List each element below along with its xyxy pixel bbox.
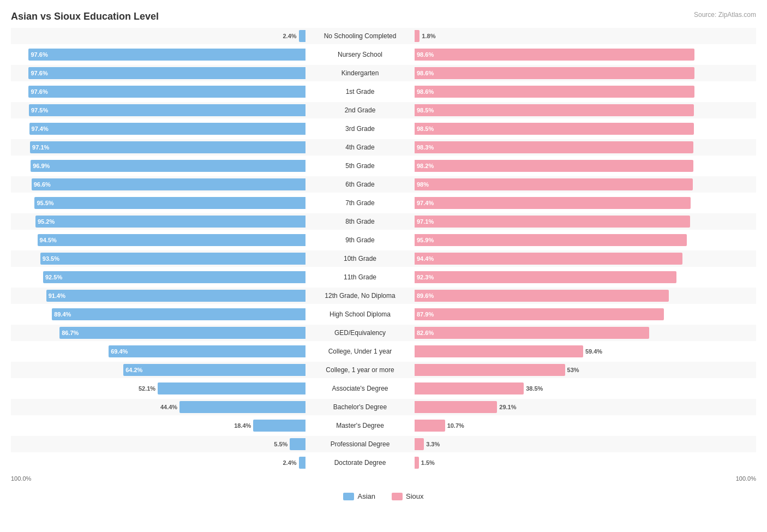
bar-row: 92.5%11th Grade92.3% [11,269,756,285]
bar-label-asian: 44.4% [160,404,177,410]
bar-sioux: 98.6% [415,86,694,98]
left-bar-section: 18.4% [11,420,305,432]
bar-row: 2.4%No Schooling Completed1.8% [11,28,756,44]
bar-label-asian: 52.1% [139,385,155,392]
bar-sioux [415,401,497,413]
row-label: 3rd Grade [305,125,415,133]
bar-label-asian: 95.5% [34,200,53,206]
bar-asian: 97.6% [28,86,305,98]
bar-label-asian: 2.4% [283,33,296,39]
bar-sioux: 98.6% [415,67,694,79]
bar-label-asian: 18.4% [234,422,251,429]
left-bar-section: 96.6% [11,178,305,190]
right-bar-section: 1.8% [415,30,709,42]
bar-sioux [415,420,445,432]
right-bar-section: 97.4% [415,197,709,209]
row-label: 2nd Grade [305,106,415,114]
bar-label-sioux: 98.5% [415,125,434,132]
bar-label-sioux: 98.6% [415,51,434,58]
legend-label-asian: Asian [357,492,375,500]
row-label: Doctorate Degree [305,459,415,467]
left-bar-section: 52.1% [11,382,305,394]
bar-sioux: 97.4% [415,197,691,209]
row-label: High School Diploma [305,310,415,318]
bar-row: 97.6%Nursery School98.6% [11,46,756,63]
left-bar-section: 2.4% [11,457,305,469]
row-label: College, 1 year or more [305,366,415,374]
bar-row: 93.5%10th Grade94.4% [11,250,756,267]
right-bar-section: 98.5% [415,104,709,116]
bar-row: 44.4%Bachelor's Degree29.1% [11,399,756,415]
bar-asian [290,438,305,450]
bar-label-asian: 97.1% [30,144,49,151]
legend-asian: Asian [343,492,375,500]
left-bar-section: 96.9% [11,160,305,172]
bar-row: 5.5%Professional Degree3.3% [11,436,756,452]
left-bar-section: 97.6% [11,49,305,61]
left-bar-section: 94.5% [11,234,305,246]
row-label: College, Under 1 year [305,348,415,355]
bar-row: 89.4%High School Diploma87.9% [11,306,756,322]
bar-label-sioux: 98.2% [415,163,434,169]
left-bar-section: 69.4% [11,345,305,357]
bar-sioux: 94.4% [415,253,682,265]
bar-row: 95.5%7th Grade97.4% [11,195,756,211]
bar-label-sioux: 1.5% [421,459,435,466]
left-bar-section: 97.4% [11,123,305,135]
bar-asian: 96.6% [32,178,305,190]
left-bar-section: 97.5% [11,104,305,116]
bar-row: 86.7%GED/Equivalency82.6% [11,325,756,341]
left-bar-section: 95.2% [11,216,305,228]
bar-sioux [415,382,524,394]
row-label: 10th Grade [305,255,415,262]
row-label: Professional Degree [305,440,415,448]
row-label: GED/Equivalency [305,329,415,337]
row-label: Associate's Degree [305,385,415,392]
bar-label-sioux: 82.6% [415,330,434,336]
bar-label-sioux: 87.9% [415,311,434,318]
bar-label-asian: 97.6% [28,70,47,76]
bar-label-sioux: 98.5% [415,107,434,113]
left-bar-section: 93.5% [11,253,305,265]
right-bar-section: 59.4% [415,345,709,357]
row-label: 8th Grade [305,218,415,225]
right-bar-section: 97.1% [415,216,709,228]
bar-asian: 95.5% [34,197,305,209]
bar-asian: 86.7% [59,327,305,339]
row-label: Bachelor's Degree [305,403,415,411]
bar-sioux: 98.5% [415,123,694,135]
bar-row: 95.2%8th Grade97.1% [11,213,756,230]
bar-label-asian: 69.4% [109,348,128,355]
bar-asian: 92.5% [43,271,305,283]
right-bar-section: 10.7% [415,420,709,432]
bar-label-asian: 97.5% [29,107,48,113]
bar-label-sioux: 92.3% [415,274,434,280]
bar-sioux: 98.3% [415,141,693,153]
legend-sioux: Sioux [392,492,424,500]
bar-sioux [415,438,424,450]
left-bar-section: 91.4% [11,290,305,302]
row-label: Nursery School [305,51,415,58]
right-bar-section: 94.4% [415,253,709,265]
bar-sioux: 98.2% [415,160,693,172]
bar-label-sioux: 38.5% [526,385,543,392]
right-bar-section: 92.3% [415,271,709,283]
bar-asian: 95.2% [35,216,305,228]
x-axis-right: 100.0% [462,475,756,482]
bar-label-asian: 95.2% [35,218,55,225]
bar-asian: 91.4% [46,290,305,302]
right-bar-section: 1.5% [415,457,709,469]
right-bar-section: 98% [415,178,709,190]
right-bar-section: 82.6% [415,327,709,339]
bar-label-sioux: 98.3% [415,144,434,151]
right-bar-section: 89.6% [415,290,709,302]
bar-sioux: 89.6% [415,290,669,302]
left-bar-section: 89.4% [11,308,305,320]
bar-asian: 94.5% [38,234,305,246]
bar-label-asian: 94.5% [38,237,57,243]
bar-label-asian: 64.2% [123,367,142,373]
right-bar-section: 95.9% [415,234,709,246]
bar-label-asian: 5.5% [274,441,287,447]
row-label: Master's Degree [305,422,415,429]
x-axis-labels: 100.0% 100.0% [11,473,756,484]
